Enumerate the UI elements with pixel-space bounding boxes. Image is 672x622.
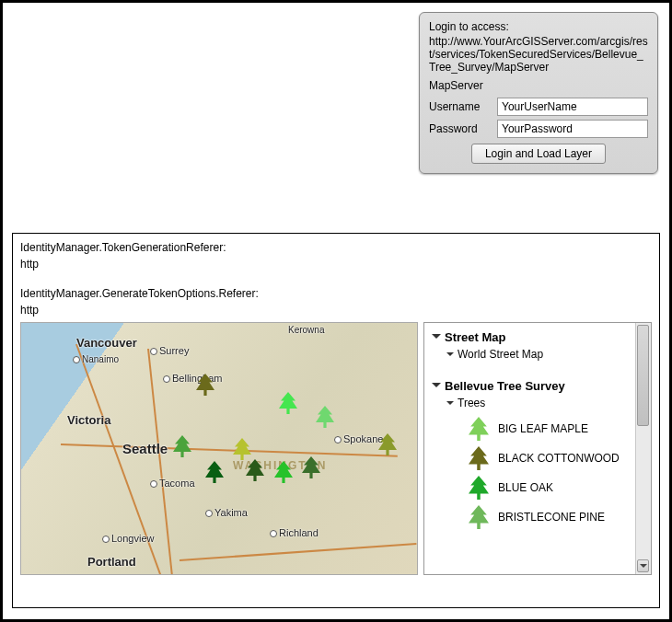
legend-group1-title: Street Map (445, 330, 505, 344)
tree-icon (378, 433, 397, 455)
city-tacoma: Tacoma (150, 478, 195, 489)
city-seattle: Seattle (122, 441, 168, 456)
tree-marker[interactable] (279, 392, 297, 414)
tree-marker[interactable] (378, 433, 397, 455)
legend-panel: Street Map World Street Map Bellevue Tre… (423, 322, 652, 575)
tree-icon (196, 374, 214, 396)
legend-item[interactable]: BLACK COTTONWOOD (469, 446, 647, 470)
info-panel: IdentityManager.TokenGenerationReferer: … (12, 233, 660, 608)
username-label: Username (429, 100, 492, 113)
tree-icon (173, 435, 191, 457)
legend-item[interactable]: BIG LEAF MAPLE (469, 417, 647, 441)
login-panel: Login to access: http://www.YourArcGISSe… (419, 12, 658, 174)
city-kerowna: Kerowna (288, 325, 324, 335)
tree-marker[interactable] (173, 435, 191, 457)
city-surrey: Surrey (150, 345, 189, 356)
city-spokane: Spokane (334, 433, 383, 444)
referer-label-1: IdentityManager.TokenGenerationReferer: (20, 241, 652, 254)
tree-icon (279, 392, 297, 414)
tree-icon (302, 456, 320, 478)
tree-marker[interactable] (274, 461, 293, 483)
city-nanaimo: Nanaimo (73, 354, 119, 364)
chevron-down-icon (432, 383, 441, 392)
legend-group2-title: Bellevue Tree Survey (445, 379, 565, 393)
city-victoria: Victoria (67, 413, 110, 427)
login-title: Login to access: (429, 20, 648, 33)
tree-icon (469, 446, 489, 470)
tree-icon (469, 417, 489, 441)
tree-marker[interactable] (196, 374, 214, 396)
login-url: http://www.YourArcGISServer.com/arcgis/r… (429, 35, 648, 74)
tree-icon (233, 438, 251, 460)
referer-value-2: http (20, 304, 652, 317)
tree-marker[interactable] (302, 456, 320, 478)
legend-item-label: BRISTLECONE PINE (498, 511, 605, 524)
username-input[interactable] (497, 98, 648, 116)
legend-scrollbar[interactable] (635, 323, 651, 574)
tree-icon (205, 461, 224, 483)
legend-group-streetmap[interactable]: Street Map (432, 330, 647, 344)
tree-marker[interactable] (233, 438, 251, 460)
legend-item[interactable]: BLUE OAK (469, 476, 647, 500)
tree-icon (316, 406, 334, 428)
map-view[interactable]: Vancouver Surrey Nanaimo Bellingham Vict… (20, 322, 418, 575)
legend-sub-worldstreet[interactable]: World Street Map (446, 348, 647, 361)
legend-item-label: BLACK COTTONWOOD (498, 452, 620, 465)
tree-marker[interactable] (316, 406, 334, 428)
city-portland: Portland (87, 555, 136, 569)
tree-icon (469, 476, 489, 500)
legend-group2-sub: Trees (458, 397, 485, 409)
legend-sub-trees[interactable]: Trees (446, 397, 647, 409)
city-vancouver: Vancouver (76, 336, 137, 350)
legend-item-label: BIG LEAF MAPLE (498, 422, 588, 435)
referer-value-1: http (20, 258, 652, 271)
city-richland: Richland (270, 527, 319, 538)
referer-label-2: IdentityManager.GenerateTokenOptions.Ref… (20, 287, 652, 300)
legend-item-label: BLUE OAK (498, 481, 553, 494)
legend-item[interactable]: BRISTLECONE PINE (469, 505, 647, 529)
legend-scroll-thumb[interactable] (637, 325, 649, 426)
tree-marker[interactable] (246, 459, 264, 481)
tree-marker[interactable] (205, 461, 224, 483)
city-yakima: Yakima (205, 507, 248, 518)
legend-scroll-down[interactable] (637, 559, 649, 572)
chevron-down-icon (432, 334, 441, 343)
chevron-down-icon (446, 352, 454, 360)
legend-group-bellevue[interactable]: Bellevue Tree Survey (432, 379, 647, 393)
password-label: Password (429, 122, 492, 135)
login-service-type: MapServer (429, 79, 648, 92)
login-button[interactable]: Login and Load Layer (471, 144, 606, 164)
password-input[interactable] (497, 120, 648, 138)
tree-icon (274, 461, 293, 483)
city-longview: Longview (102, 533, 154, 544)
legend-group1-sub: World Street Map (458, 348, 543, 361)
chevron-down-icon (446, 401, 454, 409)
tree-icon (469, 505, 489, 529)
tree-icon (246, 459, 264, 481)
